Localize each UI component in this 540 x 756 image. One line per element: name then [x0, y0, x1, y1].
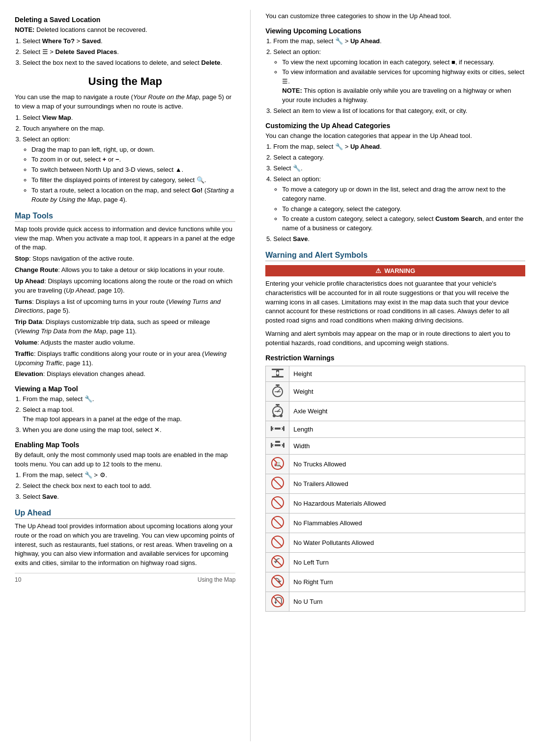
page: Deleting a Saved Location NOTE: Deleted … — [0, 0, 540, 756]
svg-line-34 — [273, 479, 282, 487]
viewing-upcoming-steps: From the map, select 🔧 > Up Ahead. Selec… — [273, 37, 525, 116]
list-item: Select Where To? > Saved. — [23, 37, 235, 46]
list-item: To switch between North Up and 3-D views… — [31, 165, 235, 175]
map-tool-traffic: Traffic: Displays traffic conditions alo… — [15, 350, 235, 368]
svg-rect-21 — [283, 426, 284, 431]
table-row: Width — [266, 437, 525, 454]
no-right-turn-icon — [271, 574, 284, 588]
using-map-steps: Select View Map. Touch anywhere on the m… — [23, 113, 235, 205]
svg-marker-22 — [273, 427, 275, 430]
list-item: Select View Map. — [23, 113, 235, 123]
svg-line-38 — [273, 518, 282, 527]
section-deleting: Deleting a Saved Location NOTE: Deleted … — [15, 16, 235, 67]
map-tools-intro: Map tools provide quick access to inform… — [15, 225, 235, 253]
viewing-upcoming-options: To view the next upcoming location in ea… — [282, 58, 525, 105]
list-item: From the map, select 🔧 > Up Ahead. — [273, 142, 525, 152]
heading-viewing-upcoming: Viewing Upcoming Locations — [265, 27, 525, 35]
map-tool-stop: Stop: Stops navigation of the active rou… — [15, 254, 235, 264]
restriction-label: No Trailers Allowed — [289, 474, 525, 493]
list-item: Select a category. — [273, 153, 525, 162]
restriction-label: Height — [289, 366, 525, 381]
customizing-intro: You can change the location categories t… — [265, 132, 525, 141]
list-item: Select the box next to the saved locatio… — [23, 58, 235, 68]
svg-rect-16 — [276, 404, 280, 405]
no-left-turn-icon — [271, 555, 284, 568]
svg-rect-20 — [271, 426, 272, 431]
map-tool-elevation: Elevation: Displays elevation changes ah… — [15, 370, 235, 379]
no-trucks-icon: 🚛 — [271, 457, 284, 470]
map-tool-up-ahead: Up Ahead: Displays upcoming locations al… — [15, 277, 235, 296]
height-icon — [271, 368, 284, 378]
svg-marker-23 — [281, 427, 283, 430]
section-customizing-up-ahead: Customizing the Up Ahead Categories You … — [265, 122, 525, 244]
table-row: No Flammables Allowed — [266, 513, 525, 533]
heading-viewing-map-tool: Viewing a Map Tool — [15, 385, 235, 393]
table-row: 🚛 No Trucks Allowed — [266, 454, 525, 474]
section-warning-alert: Warning and Alert Symbols ⚠ WARNING Ente… — [265, 251, 525, 612]
section-up-ahead: Up Ahead The Up Ahead tool provides info… — [15, 509, 235, 568]
restriction-label: Axle Weight — [289, 401, 525, 421]
deleting-steps: Select Where To? > Saved. Select ☰ > Del… — [23, 37, 235, 68]
table-row: Height — [266, 366, 525, 381]
list-item: Select ☰ > Delete Saved Places. — [23, 48, 235, 57]
list-item: Select the check box next to each tool t… — [23, 482, 235, 491]
list-item: Select Save. — [273, 235, 525, 244]
restriction-label: No Flammables Allowed — [289, 513, 525, 533]
list-item: To view the next upcoming location in ea… — [282, 58, 525, 67]
svg-rect-25 — [271, 443, 272, 448]
svg-rect-2 — [272, 376, 284, 378]
restriction-icon — [266, 401, 289, 421]
restriction-icon — [266, 381, 289, 401]
list-item: To zoom in or out, select + or −. — [31, 155, 235, 164]
warning-text: Entering your vehicle profile characteri… — [265, 279, 525, 325]
list-item: Select a map tool.The map tool appears i… — [23, 405, 235, 424]
list-item: Select 🔧. — [273, 164, 525, 173]
restriction-label: No Water Pollutants Allowed — [289, 533, 525, 552]
restriction-label: No Right Turn — [289, 572, 525, 592]
table-row: No Right Turn — [266, 572, 525, 592]
list-item: Select Save. — [23, 492, 235, 502]
warning-icon: ⚠ — [375, 267, 381, 274]
restriction-icon — [266, 552, 289, 572]
footer-page-number: 10 — [15, 576, 21, 583]
svg-marker-27 — [273, 444, 275, 447]
footer-section-name: Using the Map — [198, 576, 235, 583]
restriction-label: Width — [289, 437, 525, 454]
restriction-label: Length — [289, 421, 525, 437]
list-item: From the map, select 🔧 > ⚙. — [23, 471, 235, 480]
restriction-label: No Left Turn — [289, 552, 525, 572]
list-item: Touch anywhere on the map. — [23, 124, 235, 134]
restriction-icon — [266, 533, 289, 552]
heading-map-tools: Map Tools — [15, 212, 235, 222]
enabling-steps: From the map, select 🔧 > ⚙. Select the c… — [23, 471, 235, 502]
length-icon — [270, 423, 285, 434]
no-water-pollutants-icon — [271, 535, 284, 549]
table-row: No U Turn — [266, 592, 525, 611]
heading-restriction-warnings: Restriction Warnings — [265, 354, 525, 362]
list-item: Drag the map to pan left, right, up, or … — [31, 145, 235, 155]
up-ahead-intro: The Up Ahead tool provides information a… — [15, 522, 235, 568]
list-item: To change a category, select the categor… — [282, 205, 525, 214]
table-row: No Trailers Allowed — [266, 474, 525, 493]
heading-enabling-map-tools: Enabling Map Tools — [15, 441, 235, 449]
page-footer: 10 Using the Map — [15, 573, 235, 583]
restriction-label: No Trucks Allowed — [289, 454, 525, 474]
map-tool-change-route: Change Route: Allows you to take a detou… — [15, 266, 235, 275]
enabling-intro: By default, only the most commonly used … — [15, 451, 235, 469]
table-row: Axle Weight — [266, 401, 525, 421]
section-using-map: Using the Map You can use the map to nav… — [15, 75, 235, 204]
heading-customizing-up-ahead: Customizing the Up Ahead Categories — [265, 122, 525, 130]
svg-point-18 — [280, 414, 283, 417]
table-row: Length — [266, 421, 525, 437]
restriction-icon — [266, 421, 289, 437]
alert-intro: Warning and alert symbols may appear on … — [265, 329, 525, 348]
heading-using-map: Using the Map — [15, 75, 235, 88]
table-row: No Left Turn — [266, 552, 525, 572]
svg-line-40 — [273, 538, 282, 546]
restriction-icon — [266, 493, 289, 513]
map-tool-volume: Volume: Adjusts the master audio volume. — [15, 338, 235, 348]
weight-icon — [271, 384, 284, 398]
no-u-turn-icon — [271, 594, 284, 608]
deleting-note: NOTE: Deleted locations cannot be recove… — [15, 26, 235, 35]
section-viewing-upcoming: Viewing Upcoming Locations From the map,… — [265, 27, 525, 116]
